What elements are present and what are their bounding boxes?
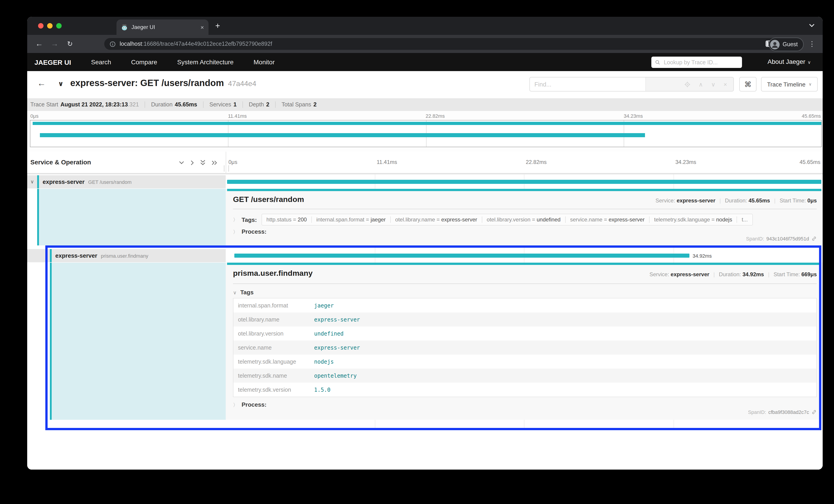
tag-pill: otel.library.version = undefined bbox=[482, 216, 565, 223]
back-button[interactable]: ← bbox=[35, 39, 43, 49]
span-detail-title: prisma.user.findmany bbox=[233, 269, 312, 278]
nav-item-system-architecture[interactable]: System Architecture bbox=[177, 59, 234, 66]
find-input[interactable] bbox=[530, 77, 645, 91]
span-row-root-name-col[interactable]: ∨ express-serverGET /users/random bbox=[27, 175, 226, 189]
copy-link-icon[interactable] bbox=[811, 236, 817, 242]
collapse-all-icon[interactable] bbox=[200, 160, 205, 165]
back-to-search-icon[interactable]: ← bbox=[37, 78, 46, 88]
span-detail-anchor-bar bbox=[227, 189, 821, 191]
span-bar-child[interactable] bbox=[234, 254, 689, 258]
span-row-root[interactable]: ∨ express-serverGET /users/random bbox=[27, 175, 823, 189]
trace-start-frac: .321 bbox=[128, 101, 139, 108]
find-group: ∧ ∨ × bbox=[529, 77, 734, 91]
expand-one-icon[interactable] bbox=[190, 160, 194, 165]
expand-all-icon[interactable] bbox=[212, 160, 217, 165]
span-rows: ∨ express-serverGET /users/random GET /u… bbox=[27, 174, 823, 469]
trace-view-selector[interactable]: Trace Timeline∨ bbox=[761, 77, 818, 91]
trace-start-value: August 21 2022, 18:23:13 bbox=[61, 101, 128, 108]
span-detail-stats: Service: express-server|Duration: 45.65m… bbox=[655, 198, 817, 204]
span-collapse-controls bbox=[179, 160, 217, 165]
tag-row: telemetry.sdk.nameopentelemetry bbox=[234, 369, 816, 383]
jaeger-brand[interactable]: JAEGER UI bbox=[35, 58, 71, 66]
profile-chip[interactable]: Guest bbox=[768, 38, 804, 51]
tag-pill-overflow: t... bbox=[737, 216, 752, 223]
span-detail-title: GET /users/random bbox=[233, 195, 304, 204]
span-row-child-name-col[interactable]: express-serverprisma.user.findmany bbox=[27, 249, 226, 262]
chevron-down-icon: ∨ bbox=[809, 82, 812, 87]
total-spans-label: Total Spans bbox=[282, 101, 311, 108]
minimap-span-bar-root bbox=[32, 122, 821, 125]
forward-button[interactable]: → bbox=[51, 39, 59, 49]
url-bar[interactable]: localhost:16686/trace/47a44e49c012ece12e… bbox=[104, 38, 780, 50]
zoom-window-button[interactable] bbox=[56, 23, 62, 28]
nav-item-search[interactable]: Search bbox=[91, 59, 111, 66]
span-id-row: SpanID:943c1046f75d951d bbox=[746, 236, 817, 242]
trace-minimap[interactable]: 0μs 11.41ms 22.82ms 34.23ms 45.65ms bbox=[27, 111, 823, 152]
span-bar-root[interactable] bbox=[227, 180, 821, 184]
tag-row: otel.library.versionundefined bbox=[234, 326, 816, 341]
locate-span-icon[interactable] bbox=[685, 81, 690, 87]
find-controls: ∧ ∨ × bbox=[645, 77, 733, 91]
span-id-value: 943c1046f75d951d bbox=[766, 236, 809, 242]
browser-toolbar: ← → ↻ localhost:16686/trace/47a44e49c012… bbox=[27, 35, 823, 53]
trace-summary-bar: Trace StartAugust 21 2022, 18:23:13.321 … bbox=[27, 98, 823, 111]
close-window-button[interactable] bbox=[38, 23, 44, 28]
collapse-children-chevron-icon[interactable]: ∨ bbox=[30, 179, 34, 185]
browser-window: Jaeger UI × + ← → ↻ localhost:16686/trac… bbox=[27, 17, 823, 469]
browser-menu-icon[interactable]: ⋮ bbox=[809, 39, 815, 49]
collapse-one-icon[interactable] bbox=[179, 161, 184, 164]
reload-button[interactable]: ↻ bbox=[67, 39, 73, 49]
service-accent-bar bbox=[37, 189, 39, 246]
tab-close-icon[interactable]: × bbox=[201, 24, 204, 30]
service-accent-bar bbox=[50, 262, 52, 420]
span-detail-root-left-col bbox=[39, 189, 226, 246]
minimap-tick: 34.23ms bbox=[624, 113, 643, 119]
depth-value: 2 bbox=[266, 101, 269, 108]
timeline-header: Service & Operation 0μs 11.41ms 22.82ms … bbox=[27, 152, 823, 174]
process-summary-row[interactable]: 〉Process: bbox=[233, 228, 266, 235]
avatar bbox=[770, 40, 780, 49]
nav-item-monitor[interactable]: Monitor bbox=[254, 59, 275, 66]
minimap-canvas[interactable] bbox=[30, 120, 822, 147]
browser-tab[interactable]: Jaeger UI × bbox=[116, 20, 208, 35]
find-prev-icon[interactable]: ∧ bbox=[699, 81, 703, 88]
copy-link-icon[interactable] bbox=[811, 409, 817, 415]
service-accent-bar bbox=[50, 249, 52, 262]
tag-pill: otel.library.name = express-server bbox=[390, 216, 482, 223]
tags-summary-row[interactable]: 〉Tags: http.status = 200 internal.span.f… bbox=[233, 214, 753, 226]
tab-search-chevron-icon[interactable] bbox=[809, 22, 814, 28]
find-next-icon[interactable]: ∨ bbox=[711, 81, 716, 88]
span-id-row: SpanID:cfba9f3088ad2c7c bbox=[748, 409, 817, 415]
service-accent-bar bbox=[37, 175, 39, 188]
duration-value: 45.65ms bbox=[175, 101, 197, 108]
minimize-window-button[interactable] bbox=[47, 23, 52, 28]
span-detail-child-body: prisma.user.findmany Service: express-se… bbox=[226, 262, 823, 420]
new-tab-button[interactable]: + bbox=[215, 21, 220, 31]
find-clear-icon[interactable]: × bbox=[724, 81, 727, 88]
span-detail-child-left-col bbox=[52, 262, 226, 420]
trace-id-short: 47a44e4 bbox=[228, 80, 256, 87]
trace-id-lookup[interactable] bbox=[651, 56, 742, 68]
depth-label: Depth bbox=[249, 101, 264, 108]
timeline-tick: 11.41ms bbox=[377, 159, 397, 165]
collapse-trace-chevron-icon[interactable]: ∨ bbox=[58, 80, 63, 88]
about-jaeger-menu[interactable]: About Jaeger∨ bbox=[768, 58, 811, 65]
tag-row: telemetry.sdk.languagenodejs bbox=[234, 354, 816, 369]
process-summary-row[interactable]: 〉Process: bbox=[233, 401, 266, 409]
url-text: localhost:16686/trace/47a44e49c012ece12e… bbox=[120, 41, 272, 47]
span-detail-stats: Service: express-server|Duration: 34.92m… bbox=[650, 271, 817, 278]
nav-item-compare[interactable]: Compare bbox=[131, 59, 157, 66]
total-spans-value: 2 bbox=[313, 101, 316, 108]
minimap-tick: 22.82ms bbox=[425, 113, 445, 119]
chevron-right-icon: 〉 bbox=[233, 402, 238, 408]
jaeger-navbar: JAEGER UI Search Compare System Architec… bbox=[27, 53, 823, 71]
column-resizer-grip[interactable] bbox=[224, 165, 229, 171]
span-row-child[interactable]: express-serverprisma.user.findmany 34.92… bbox=[27, 249, 823, 262]
jaeger-favicon bbox=[121, 24, 128, 30]
trace-id-lookup-input[interactable] bbox=[663, 59, 738, 66]
trace-title: express-server: GET /users/random47a44e4 bbox=[70, 78, 256, 88]
tags-section-toggle[interactable]: ∨Tags bbox=[233, 289, 254, 296]
site-info-icon[interactable] bbox=[110, 41, 115, 47]
timeline-tick: 45.65ms bbox=[799, 159, 820, 165]
keyboard-shortcuts-button[interactable]: ⌘ bbox=[739, 77, 756, 91]
